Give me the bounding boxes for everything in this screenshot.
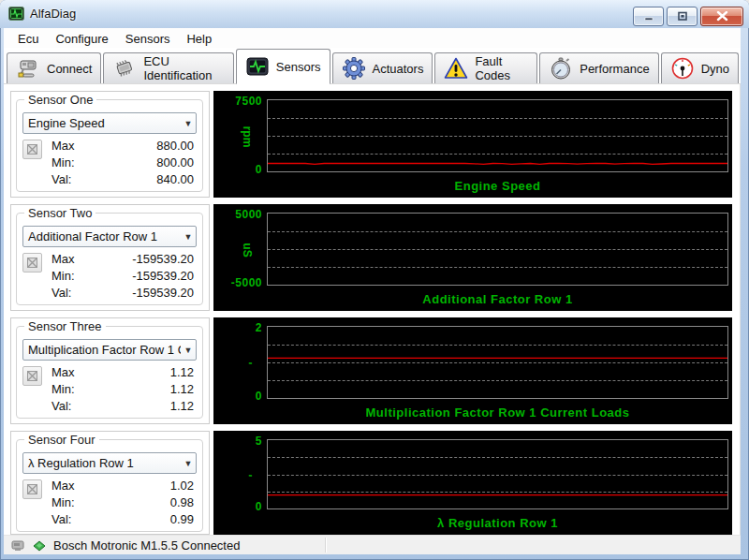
tab-sensors[interactable]: Sensors — [236, 49, 330, 84]
groupbox-label: Sensor Two — [24, 206, 95, 220]
sensor-two-select[interactable]: Additional Factor Row 1 ▼ — [22, 226, 197, 247]
menu-configure[interactable]: Configure — [47, 30, 116, 48]
menu-bar: Ecu Configure Sensors Help — [4, 28, 741, 49]
val-label: Val: — [51, 512, 71, 526]
tab-label: Sensors — [276, 60, 321, 74]
close-button[interactable] — [700, 7, 743, 26]
sensor-two-graph-button[interactable] — [22, 253, 42, 273]
min-value: 800.00 — [156, 155, 194, 169]
sensor-three-select[interactable]: Multiplication Factor Row 1 Current ▼ — [22, 339, 197, 361]
series-line — [268, 327, 727, 398]
tab-label: Performance — [580, 62, 649, 76]
val-label: Val: — [51, 399, 71, 413]
sensor-three-graph-button[interactable] — [22, 366, 42, 386]
sensor-one-groupbox: Sensor One Engine Speed ▼ Max880.00 Min:… — [16, 99, 203, 192]
tab-performance[interactable]: Performance — [539, 52, 658, 83]
val-value: 1.12 — [170, 399, 194, 413]
warning-icon — [444, 56, 468, 81]
series-line — [268, 440, 727, 508]
title-bar[interactable]: AlfaDiag — [0, 0, 749, 28]
tab-fault-codes[interactable]: Fault Codes — [434, 52, 537, 83]
window-controls — [633, 7, 743, 26]
chevron-down-icon: ▼ — [181, 232, 196, 242]
stopwatch-icon — [549, 56, 573, 81]
sensor-one-select[interactable]: Engine Speed ▼ — [22, 112, 197, 134]
groupbox-label: Sensor Four — [24, 433, 99, 447]
oscilloscope-icon — [245, 54, 270, 79]
chevron-down-icon: ▼ — [181, 459, 196, 468]
tab-label: Fault Codes — [475, 54, 528, 82]
sensors-page: Sensor One Engine Speed ▼ Max880.00 Min:… — [4, 84, 741, 536]
y-axis-max-label: 7500 — [213, 95, 262, 108]
menu-help[interactable]: Help — [178, 30, 220, 48]
tab-ecu-identification[interactable]: ECU Identification — [103, 52, 233, 83]
min-label: Min: — [51, 155, 75, 169]
pc-connection-icon — [10, 539, 25, 552]
max-label: Max — [51, 252, 75, 266]
toolbar-tab-strip: Connect ECU Identification — [4, 48, 741, 84]
y-axis-max-label: 5 — [213, 435, 262, 448]
max-value: -159539.20 — [132, 252, 194, 266]
groupbox-label: Sensor Three — [24, 319, 106, 333]
chart-title: λ Regulation Row 1 — [267, 516, 728, 530]
menu-sensors[interactable]: Sensors — [117, 30, 179, 48]
groupbox-label: Sensor One — [24, 93, 96, 107]
min-value: 1.12 — [170, 382, 194, 396]
minimize-button[interactable] — [633, 7, 664, 26]
maximize-button[interactable] — [667, 7, 698, 26]
plot-area — [267, 439, 728, 509]
sensor-three-panel: Sensor Three Multiplication Factor Row 1… — [10, 317, 210, 424]
additional-factor-chart: 5000 -5000 uS Additional Factor Row 1 — [213, 204, 732, 311]
y-axis-min-label: -5000 — [213, 276, 262, 289]
min-value: 0.98 — [170, 495, 194, 509]
plot-area — [267, 99, 728, 172]
status-bar: Bosch Motronic M1.5.5 Connected — [4, 535, 741, 554]
y-axis-min-label: 0 — [213, 163, 262, 176]
min-value: -159539.20 — [132, 269, 194, 283]
val-value: 0.99 — [170, 512, 194, 526]
tab-label: Dyno — [701, 62, 729, 76]
engine-speed-chart: 7500 0 rpm Engine Speed — [213, 91, 732, 198]
sensor-four-panel: Sensor Four λ Regulation Row 1 ▼ Max1.02… — [10, 431, 210, 535]
sensor-three-groupbox: Sensor Three Multiplication Factor Row 1… — [16, 326, 203, 419]
chevron-down-icon: ▼ — [181, 346, 196, 355]
tab-label: Connect — [47, 62, 92, 76]
sensor-two-panel: Sensor Two Additional Factor Row 1 ▼ Max… — [10, 204, 210, 311]
lambda-regulation-chart: 5 0 ' λ Regulation Row 1 — [213, 431, 732, 535]
max-label: Max — [51, 479, 75, 493]
max-value: 1.12 — [170, 365, 194, 379]
series-line — [268, 100, 727, 171]
app-window: AlfaDiag Ecu Configure Sensors Help — [0, 0, 749, 560]
val-label: Val: — [51, 286, 71, 300]
dyno-gauge-icon — [670, 56, 695, 81]
window-title: AlfaDiag — [30, 0, 76, 28]
tab-connect[interactable]: Connect — [7, 52, 101, 83]
status-text: Bosch Motronic M1.5.5 Connected — [53, 538, 240, 553]
sensor-four-graph-button[interactable] — [22, 479, 42, 499]
chart-title: Additional Factor Row 1 — [267, 292, 728, 306]
tab-label: Actuators — [373, 62, 424, 76]
sensor-four-select[interactable]: λ Regulation Row 1 ▼ — [22, 452, 197, 474]
y-axis-min-label: 0 — [213, 500, 262, 513]
tab-actuators[interactable]: Actuators — [332, 52, 433, 83]
sensor-one-graph-button[interactable] — [22, 140, 42, 159]
y-axis-unit-label: rpm — [241, 125, 254, 148]
client-area: Ecu Configure Sensors Help Connect — [4, 28, 741, 554]
menu-ecu[interactable]: Ecu — [9, 30, 47, 48]
chart-title: Multiplication Factor Row 1 Current Load… — [267, 405, 728, 420]
chevron-down-icon: ▼ — [181, 119, 196, 128]
y-axis-unit-label: uS — [241, 239, 254, 261]
tab-label: ECU Identification — [143, 54, 224, 82]
chart-title: Engine Speed — [267, 179, 728, 193]
min-label: Min: — [51, 269, 75, 283]
val-label: Val: — [51, 172, 71, 186]
y-axis-max-label: 2 — [213, 321, 262, 334]
y-axis-unit-label: ' — [241, 352, 254, 375]
sensor-four-groupbox: Sensor Four λ Regulation Row 1 ▼ Max1.02… — [16, 439, 203, 532]
status-separator — [325, 538, 326, 553]
y-axis-unit-label: ' — [241, 464, 254, 487]
y-axis-min-label: 0 — [213, 390, 262, 403]
tab-dyno[interactable]: Dyno — [661, 52, 739, 83]
max-value: 880.00 — [156, 139, 194, 153]
min-label: Min: — [51, 495, 75, 509]
